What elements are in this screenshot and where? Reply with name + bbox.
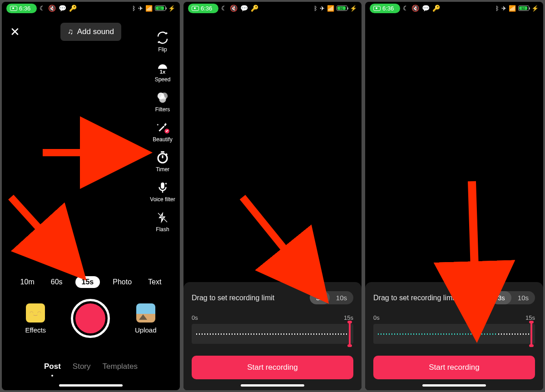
recording-limit-slider[interactable] xyxy=(373,324,535,344)
countdown-3s-button[interactable]: 3s xyxy=(310,291,330,304)
wifi-icon: 📶 xyxy=(327,5,334,12)
close-button[interactable]: ✕ xyxy=(10,25,20,39)
countdown-3s-button[interactable]: 3s xyxy=(491,291,511,304)
camera-indicator-pill: 6:36 xyxy=(370,4,400,13)
range-start-label: 0s xyxy=(192,314,198,321)
tool-speed[interactable]: 1x Speed xyxy=(149,61,176,83)
status-time: 6:36 xyxy=(19,5,30,12)
range-end-label: 15s xyxy=(344,314,353,321)
add-sound-button[interactable]: ♫ Add sound xyxy=(60,23,121,41)
range-end-label: 15s xyxy=(525,314,535,321)
charging-icon: ⚡ xyxy=(350,5,357,12)
battery-icon: 91 xyxy=(337,5,347,11)
timer-panel: Drag to set recording limit 3s 10s 0s 15… xyxy=(183,282,362,390)
filters-icon xyxy=(156,91,169,104)
effects-thumbnail: ◠‿◠ xyxy=(26,303,45,323)
airplane-icon: ✈ xyxy=(138,5,143,12)
annotation-arrow-duration xyxy=(11,197,93,281)
duration-tab-text[interactable]: Text xyxy=(144,276,165,288)
annotation-arrow-timer xyxy=(43,141,147,166)
recording-limit-slider[interactable] xyxy=(192,324,353,344)
voice-filter-icon xyxy=(156,181,169,194)
charging-icon: ⚡ xyxy=(168,5,175,12)
home-indicator[interactable] xyxy=(59,384,123,387)
tool-flip[interactable]: Flip xyxy=(149,31,176,53)
camera-indicator-pill: 6:36 xyxy=(6,4,37,13)
tool-filters[interactable]: Filters xyxy=(149,91,176,113)
home-indicator[interactable] xyxy=(241,384,304,387)
tool-voice-filter[interactable]: Voice filter xyxy=(149,181,176,203)
countdown-10s-button[interactable]: 10s xyxy=(330,291,353,304)
camera-bottom-row: ◠‿◠ Effects Upload xyxy=(2,299,180,338)
chat-icon: 💬 xyxy=(422,5,430,12)
effects-button[interactable]: ◠‿◠ Effects xyxy=(25,303,46,334)
phone-screen-1: 6:36 ☾ 🔇 💬 🔑 ᛒ ✈ 📶 91 ⚡ ✕ ♫ Add sound Fl… xyxy=(2,2,180,390)
start-recording-button[interactable]: Start recording xyxy=(373,356,535,379)
airplane-icon: ✈ xyxy=(501,5,506,12)
camera-icon xyxy=(373,6,381,11)
vibrate-icon: 🔇 xyxy=(48,5,56,12)
limit-handle[interactable] xyxy=(349,322,351,346)
status-bar: 6:36 ☾ 🔇 💬 🔑 ᛒ ✈ 📶 92 ⚡ xyxy=(365,2,543,15)
start-recording-button[interactable]: Start recording xyxy=(192,356,353,379)
wifi-icon: 📶 xyxy=(509,5,516,12)
svg-point-3 xyxy=(159,96,166,103)
chat-icon: 💬 xyxy=(59,5,66,12)
phone-screen-2: 6:36 ☾ 🔇 💬 🔑 ᛒ ✈ 📶 91 ⚡ Drag to set reco… xyxy=(183,2,362,390)
record-button-inner xyxy=(75,303,105,333)
airplane-icon: ✈ xyxy=(320,5,325,12)
moon-icon: ☾ xyxy=(40,5,45,12)
countdown-10s-button[interactable]: 10s xyxy=(511,291,535,304)
duration-tab-10m[interactable]: 10m xyxy=(17,276,38,288)
upload-thumbnail xyxy=(136,303,155,323)
tool-rail: Flip 1x Speed Filters Beautify Timer Voi… xyxy=(149,31,176,233)
timer-panel: Drag to set recording limit 3s 10s 0s 15… xyxy=(365,282,543,390)
flip-icon xyxy=(156,31,169,45)
add-sound-label: Add sound xyxy=(77,27,114,36)
home-indicator[interactable] xyxy=(422,384,486,387)
waveform-dots xyxy=(377,333,531,335)
svg-line-11 xyxy=(243,197,320,293)
camera-indicator-pill: 6:36 xyxy=(188,4,218,13)
camera-icon xyxy=(10,6,17,11)
range-start-label: 0s xyxy=(373,314,380,321)
moon-icon: ☾ xyxy=(221,5,227,12)
duration-tab-photo[interactable]: Photo xyxy=(109,276,135,288)
duration-tab-60s[interactable]: 60s xyxy=(47,276,66,288)
timer-panel-title: Drag to set recording limit xyxy=(192,294,274,302)
post-tab-templates[interactable]: Templates xyxy=(103,362,138,371)
vibrate-icon: 🔇 xyxy=(230,5,238,12)
bluetooth-icon: ᛒ xyxy=(495,5,499,12)
countdown-segmented-control: 3s 10s xyxy=(491,291,535,304)
bluetooth-icon: ᛒ xyxy=(132,5,136,12)
camera-icon xyxy=(192,6,199,11)
battery-icon: 91 xyxy=(155,5,166,11)
countdown-segmented-control: 3s 10s xyxy=(310,291,353,304)
svg-rect-6 xyxy=(161,183,164,189)
svg-text:1x: 1x xyxy=(160,69,166,74)
moon-icon: ☾ xyxy=(403,5,409,12)
flash-icon xyxy=(156,211,169,224)
record-button[interactable] xyxy=(71,299,110,338)
chat-icon: 💬 xyxy=(240,5,248,12)
range-labels: 0s 15s xyxy=(192,314,353,321)
svg-line-10 xyxy=(11,197,77,270)
status-bar: 6:36 ☾ 🔇 💬 🔑 ᛒ ✈ 📶 91 ⚡ xyxy=(2,2,180,15)
upload-button[interactable]: Upload xyxy=(135,303,157,334)
bluetooth-icon: ᛒ xyxy=(314,5,317,12)
post-mode-tabs: Post Story Templates xyxy=(2,362,180,371)
timer-panel-title: Drag to set recording limit xyxy=(373,294,456,302)
tool-timer[interactable]: Timer xyxy=(149,151,176,173)
tool-flash[interactable]: Flash xyxy=(149,211,176,233)
post-tab-post[interactable]: Post xyxy=(44,362,61,371)
limit-handle[interactable] xyxy=(530,322,532,346)
status-bar: 6:36 ☾ 🔇 💬 🔑 ᛒ ✈ 📶 91 ⚡ xyxy=(183,2,362,15)
duration-tab-15s[interactable]: 15s xyxy=(75,276,100,288)
tool-beautify[interactable]: Beautify xyxy=(149,121,176,143)
post-tab-story[interactable]: Story xyxy=(73,362,91,371)
battery-icon: 92 xyxy=(518,5,529,11)
phone-screen-3: 6:36 ☾ 🔇 💬 🔑 ᛒ ✈ 📶 92 ⚡ Drag to set reco… xyxy=(365,2,543,390)
timer-icon xyxy=(156,151,169,164)
charging-icon: ⚡ xyxy=(531,5,539,12)
vibrate-icon: 🔇 xyxy=(411,5,419,12)
